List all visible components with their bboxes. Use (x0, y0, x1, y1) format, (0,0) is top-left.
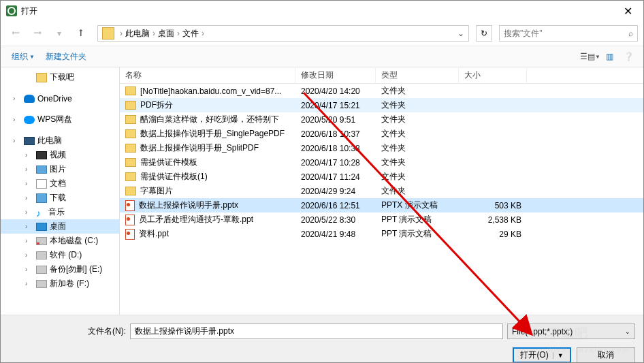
folder-icon (125, 115, 136, 124)
sidebar-item[interactable]: ›视频 (1, 148, 119, 162)
expand-icon[interactable]: › (25, 180, 33, 187)
search-box[interactable]: ⌕ (499, 25, 638, 42)
filename-input[interactable] (130, 323, 503, 339)
file-size (459, 133, 527, 136)
file-size (459, 104, 527, 107)
file-date: 2020/4/17 15:21 (295, 99, 376, 112)
close-button[interactable]: ✕ (618, 2, 638, 20)
new-folder-button[interactable]: 新建文件夹 (40, 48, 92, 65)
sidebar-item[interactable]: ›下载 (1, 191, 119, 205)
breadcrumb-dropdown[interactable]: ⌄ (455, 29, 467, 38)
search-icon[interactable]: ⌕ (628, 29, 633, 38)
open-button[interactable]: 打开(O)▼ (513, 347, 571, 363)
file-size (459, 176, 527, 178)
file-date: 2020/5/20 9:51 (295, 114, 376, 126)
file-name: 数据上报操作说明手册_SinglePagePDF (140, 128, 285, 140)
crumb-item[interactable]: 桌面 (158, 28, 174, 40)
column-type[interactable]: 类型 (376, 67, 459, 84)
column-name[interactable]: 名称 (120, 67, 295, 84)
file-row[interactable]: 醋溜白菜这样做，好吃到爆，还特别下2020/5/20 9:51文件夹 (120, 112, 643, 127)
expand-icon[interactable]: › (25, 251, 33, 259)
wps-icon (24, 116, 35, 124)
file-row[interactable]: [NoTitle]haokan.baidu.com_v_vid=87...202… (120, 84, 643, 98)
sidebar-item[interactable]: ›WPS网盘 (1, 112, 119, 127)
file-row[interactable]: PDF拆分2020/4/17 15:21文件夹 (120, 98, 643, 112)
file-row[interactable]: 资料.ppt2020/4/21 9:48PPT 演示文稿29 KB (120, 227, 643, 241)
file-date: 2020/4/17 11:24 (295, 171, 376, 183)
cancel-button[interactable]: 取消 (577, 347, 635, 363)
file-date: 2020/4/17 10:28 (295, 157, 376, 169)
file-row[interactable]: 数据上报操作说明手册.pptx2020/6/16 12:51PPTX 演示文稿5… (120, 198, 643, 212)
column-date[interactable]: 修改日期 (295, 67, 376, 84)
expand-icon[interactable]: › (25, 266, 33, 273)
sidebar-item[interactable]: ›♪音乐 (1, 205, 119, 219)
column-size[interactable]: 大小 (459, 67, 527, 84)
help-button[interactable]: ❔ (619, 48, 638, 65)
sidebar-item[interactable]: ›文档 (1, 176, 119, 191)
sidebar-item[interactable]: ›新加卷 (F:) (1, 277, 119, 291)
sidebar-item[interactable]: ›软件 (D:) (1, 248, 119, 262)
expand-icon[interactable]: › (13, 137, 21, 144)
sidebar-item[interactable]: ›下载吧 (1, 70, 119, 84)
sidebar-item-label: 图片 (50, 163, 66, 175)
folder-icon (125, 172, 136, 181)
sidebar-item-label: 下载 (50, 192, 66, 204)
sidebar-item[interactable]: ›此电脑 (1, 133, 119, 148)
music-icon: ♪ (36, 208, 46, 217)
crumb-item[interactable]: 此电脑 (125, 28, 150, 40)
search-input[interactable] (504, 29, 628, 38)
sidebar-item-label: 下载吧 (50, 72, 74, 83)
chevron-right-icon: › (117, 29, 125, 38)
file-row[interactable]: 数据上报操作说明手册_SinglePagePDF2020/6/18 10:37文… (120, 127, 643, 141)
crumb-item[interactable]: 文件 (182, 28, 199, 40)
filetype-filter[interactable]: File(*.ppt;*.pptx;)⌄ (507, 323, 635, 339)
file-name: PDF拆分 (140, 99, 173, 111)
organize-button[interactable]: 组织 ▼ (6, 48, 40, 65)
diskred-icon (36, 237, 47, 245)
window-title: 打开 (21, 5, 618, 17)
sidebar-item[interactable]: ›桌面 (1, 219, 119, 234)
sidebar-item[interactable]: ›本地磁盘 (C:) (1, 234, 119, 248)
expand-icon[interactable]: › (25, 194, 33, 202)
file-date: 2020/4/29 9:24 (295, 185, 376, 198)
up-button[interactable]: 🠕 (71, 24, 91, 43)
chevron-right-icon: › (174, 29, 182, 38)
file-row[interactable]: 字幕图片2020/4/29 9:24文件夹 (120, 184, 643, 198)
column-header-row: 名称 修改日期 类型 大小 (120, 67, 643, 84)
file-size: 29 KB (459, 228, 527, 240)
file-type: 文件夹 (376, 184, 459, 198)
sidebar-item[interactable]: ›备份[勿删] (E:) (1, 262, 119, 277)
img-icon (36, 165, 47, 174)
back-button[interactable]: 🠔 (6, 24, 25, 43)
file-date: 2020/6/18 10:38 (295, 142, 376, 155)
refresh-button[interactable]: ↻ (476, 25, 492, 42)
app-icon (6, 5, 17, 16)
breadcrumb[interactable]: › 此电脑 › 桌面 › 文件 › ⌄ (97, 25, 469, 42)
expand-icon[interactable]: › (13, 116, 21, 123)
expand-icon[interactable]: › (25, 280, 33, 287)
sidebar-item[interactable]: ›图片 (1, 162, 119, 176)
recent-dropdown[interactable]: ▾ (50, 24, 69, 43)
view-button[interactable]: ☰▤ ▼ (581, 48, 600, 65)
expand-icon[interactable]: › (25, 208, 33, 216)
file-date: 2020/5/22 8:30 (295, 214, 376, 226)
file-date: 2020/4/21 9:48 (295, 228, 376, 240)
file-name: 数据上报操作说明手册_SplitPDF (140, 142, 259, 154)
expand-icon[interactable]: › (25, 223, 33, 230)
sidebar-item[interactable]: ›OneDrive (1, 91, 119, 106)
expand-icon[interactable]: › (13, 95, 21, 102)
expand-icon[interactable]: › (25, 165, 33, 173)
sidebar-item-label: 文档 (50, 178, 66, 189)
file-row[interactable]: 需提供证件模板(1)2020/4/17 11:24文件夹 (120, 170, 643, 184)
expand-icon[interactable]: › (25, 151, 33, 159)
file-name: 醋溜白菜这样做，好吃到爆，还特别下 (140, 114, 279, 125)
preview-button[interactable]: ▥ (600, 48, 619, 65)
expand-icon[interactable]: › (25, 237, 33, 244)
file-type: PPTX 演示文稿 (376, 198, 459, 212)
forward-button[interactable]: 🠖 (28, 24, 47, 43)
desktop-icon (36, 223, 47, 231)
file-row[interactable]: 员工矛盾处理沟通技巧-覃毅.ppt2020/5/22 8:30PPT 演示文稿2… (120, 212, 643, 227)
file-row[interactable]: 需提供证件模板2020/4/17 10:28文件夹 (120, 155, 643, 170)
file-type: 文件夹 (376, 127, 459, 141)
file-row[interactable]: 数据上报操作说明手册_SplitPDF2020/6/18 10:38文件夹 (120, 141, 643, 155)
